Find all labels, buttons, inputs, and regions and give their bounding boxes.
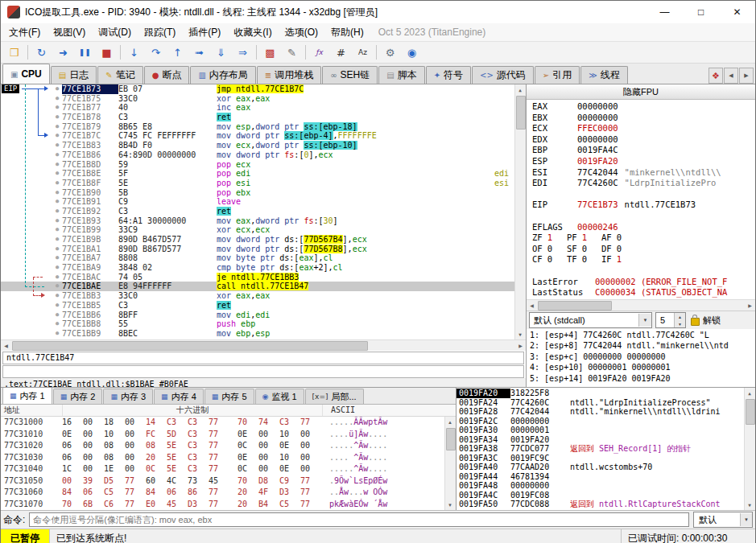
register-row[interactable]: EBP0019FA4C — [532, 145, 755, 156]
chevron-down-icon[interactable]: ▼ — [638, 314, 651, 327]
tab-seh[interactable]: ∞SEH链 — [322, 66, 378, 84]
step-out-button[interactable]: ↑ — [167, 43, 188, 62]
disasm-row[interactable]: ●77CE1BA78808mov byte ptr ds:[eax],cl — [1, 253, 515, 263]
disasm-row[interactable]: ●77CE1B7740inc eax — [1, 103, 515, 113]
disassembly-view[interactable]: ●77CE1B73EB 07jmp ntdll.77CE1B7C●77CE1B7… — [1, 84, 526, 339]
breakpoint-dot[interactable]: ● — [52, 131, 62, 141]
register-row[interactable]: ESP0019FA20 — [532, 156, 755, 167]
disasm-row[interactable]: ●77CE1B92C3ret — [1, 207, 515, 216]
disasm-row[interactable]: ●77CE1B798B65 E8mov esp,dword ptr ss:[eb… — [1, 122, 515, 132]
maximize-button[interactable]: □ — [683, 1, 719, 23]
scroll-up-icon[interactable]: ▲ — [445, 417, 455, 427]
scroll-down-icon[interactable]: ▼ — [445, 500, 455, 510]
disasm-row[interactable]: ●77CE1BA1890D B867D577mov dword ptr ds:[… — [1, 245, 515, 254]
disasm-row[interactable]: ●77CE1BB5C3ret — [1, 301, 515, 311]
menu-item-0[interactable]: 文件(F) — [2, 23, 47, 42]
dump-row[interactable]: 77C310500039D577604C734570D8C977.9Õw`LsE… — [1, 475, 456, 487]
disasm-row[interactable]: ●77CE1B7533C0xor eax,eax — [1, 94, 515, 104]
comment-button[interactable]: ✎ — [281, 43, 303, 62]
tab-locals[interactable]: [x=]局部... — [305, 389, 364, 404]
dump-row[interactable]: 77C310401C001E000C5EC3770C000E00.....^Ãw… — [1, 463, 456, 475]
register-row[interactable]: LastStatusC0000034 (STATUS_OBJECT_NA — [532, 287, 755, 298]
pause-button[interactable]: ❚❚ — [74, 43, 96, 62]
scroll-thumb[interactable] — [516, 96, 526, 130]
step-over-button[interactable]: ↷ — [145, 43, 167, 62]
breakpoint-dot[interactable]: ● — [52, 329, 62, 339]
disasm-row[interactable]: ●77CE1B8F5Epop esiesi — [1, 179, 515, 188]
disasm-row[interactable]: ●77CE1BB855push ebp — [1, 319, 515, 329]
menu-item-4[interactable]: 插件(P) — [182, 23, 227, 42]
disasm-row[interactable]: ●77CE1B838B4D F0mov ecx,dword ptr ss:[eb… — [1, 141, 515, 150]
stack-row[interactable]: 0019FA5077CDC088返回到 ntdll.RtlCaptureStac… — [456, 500, 745, 509]
disasm-vscrollbar[interactable]: ▲ ▼ — [514, 84, 526, 339]
scroll-thumb[interactable] — [746, 399, 755, 425]
register-row[interactable]: EBX00000000 — [532, 113, 755, 124]
breakpoint-dot[interactable]: ● — [52, 291, 62, 301]
dump-row[interactable]: 77C310608406C57784068677204FD377..Åw...w… — [1, 487, 456, 499]
stack-row[interactable]: 0019FA4C0019FC08 — [456, 491, 745, 500]
register-row[interactable]: EIP77CE1B73ntdll.77CE1B73 — [532, 200, 755, 211]
scroll-right-icon[interactable]: ▶ — [515, 340, 526, 350]
breakpoint-dot[interactable]: ● — [52, 282, 62, 291]
disasm-row[interactable]: ●77CE1B78C3ret — [1, 113, 515, 122]
tab-script[interactable]: ▤脚本 — [378, 66, 424, 84]
breakpoint-dot[interactable]: ● — [52, 84, 62, 94]
disasm-row[interactable]: ●77CE1BB68BFFmov edi,edi — [1, 311, 515, 320]
breakpoint-dot[interactable]: ● — [52, 245, 62, 254]
hide-fpu-header[interactable]: 隐藏FPU — [527, 84, 755, 100]
disasm-row[interactable]: ●77CE1B7CC745 FC FEFFFFFFmov dword ptr s… — [1, 131, 515, 141]
tab-symbols[interactable]: ✦符号 — [426, 66, 471, 84]
stack-row[interactable]: 0019FA4800000000 — [456, 481, 745, 491]
scroll-down-icon[interactable]: ▼ — [515, 329, 525, 339]
breakpoint-dot[interactable]: ● — [52, 207, 62, 216]
stack-row[interactable]: 0019FA4077CAAD20ntdll.wcstombs+70 — [456, 463, 745, 472]
settings-button[interactable]: ⚙ — [379, 43, 401, 62]
argument-row[interactable]: 4: [esp+10] 00000001 00000001 — [530, 362, 755, 372]
menu-item-1[interactable]: 视图(V) — [47, 23, 92, 42]
breakpoint-dot[interactable]: ● — [52, 197, 62, 207]
arg-count-stepper[interactable]: 5 ▲▼ — [655, 312, 686, 328]
disasm-row[interactable]: ●77CE1BB333C0xor eax,eax — [1, 291, 515, 301]
scroll-up-icon[interactable]: ▲ — [745, 388, 754, 398]
argument-row[interactable]: 5: [esp+14] 0019FA20 0019FA20 — [530, 373, 755, 384]
tab-references[interactable]: ➢引用 — [535, 66, 580, 84]
tab-breakpoints[interactable]: ●断点 — [144, 66, 190, 84]
register-row[interactable]: OF0SF0DF0 — [532, 244, 755, 255]
disasm-row[interactable]: ●77CE1B9933C9xor ecx,ecx — [1, 225, 515, 235]
tab-dump-3[interactable]: ▦内存 3 — [103, 389, 153, 404]
breakpoint-dot[interactable]: ● — [52, 179, 62, 188]
fx-button[interactable]: ƒx — [308, 43, 330, 62]
tab-dump-5[interactable]: ▦内存 5 — [204, 389, 254, 404]
disasm-row[interactable]: ●77CE1B8E5Fpop ediedi — [1, 169, 515, 179]
breakpoint-dot[interactable]: ● — [52, 150, 62, 160]
chevron-down-icon[interactable]: ▼ — [740, 513, 752, 526]
tab-cpu[interactable]: ▣CPU — [2, 64, 50, 84]
menu-item-6[interactable]: 选项(O) — [279, 23, 324, 42]
command-input[interactable] — [29, 512, 689, 527]
disasm-row[interactable]: ●77CE1B9364:A1 30000000mov eax,dword ptr… — [1, 216, 515, 226]
breakpoint-dot[interactable]: ● — [52, 301, 62, 311]
breakpoint-dot[interactable]: ● — [52, 216, 62, 226]
disasm-row[interactable]: ●77CE1BAC74 05je ntdll.77CE1BB3 — [1, 273, 515, 282]
disasm-row[interactable]: ●77CE1B91C9leave — [1, 197, 515, 207]
patches-button[interactable]: ▩ — [259, 43, 281, 62]
breakpoint-dot[interactable]: ● — [52, 169, 62, 179]
breakpoint-dot[interactable]: ● — [52, 225, 62, 235]
scroll-left-icon[interactable]: ◀ — [1, 340, 11, 350]
compass-button[interactable]: ◉ — [401, 43, 423, 62]
breakpoint-dot[interactable]: ● — [52, 273, 62, 282]
breakpoint-dot[interactable]: ● — [52, 188, 62, 198]
tab-source[interactable]: <>源代码 — [472, 66, 534, 84]
hash-button[interactable]: # — [330, 43, 352, 62]
breakpoint-dot[interactable]: ● — [52, 160, 62, 170]
detach-tab-icon[interactable]: ❖ — [708, 68, 723, 84]
tab-log[interactable]: ▤日志 — [51, 66, 97, 84]
registers-hscrollbar[interactable]: ◀ ▶ — [527, 299, 755, 311]
tab-notes[interactable]: ✎笔记 — [97, 66, 143, 84]
breakpoint-dot[interactable]: ● — [52, 319, 62, 329]
run-to-cursor-button[interactable]: ➟ — [188, 43, 210, 62]
command-profile-select[interactable]: 默认 ▼ — [693, 512, 753, 528]
dump-vscrollbar[interactable]: ▲ ▼ — [444, 417, 456, 510]
tab-dump-1[interactable]: ▦内存 1 — [2, 388, 52, 404]
stack-row[interactable]: 0019FA3877CDC077返回到 SEH_Record[1] 的指针 — [456, 444, 745, 454]
